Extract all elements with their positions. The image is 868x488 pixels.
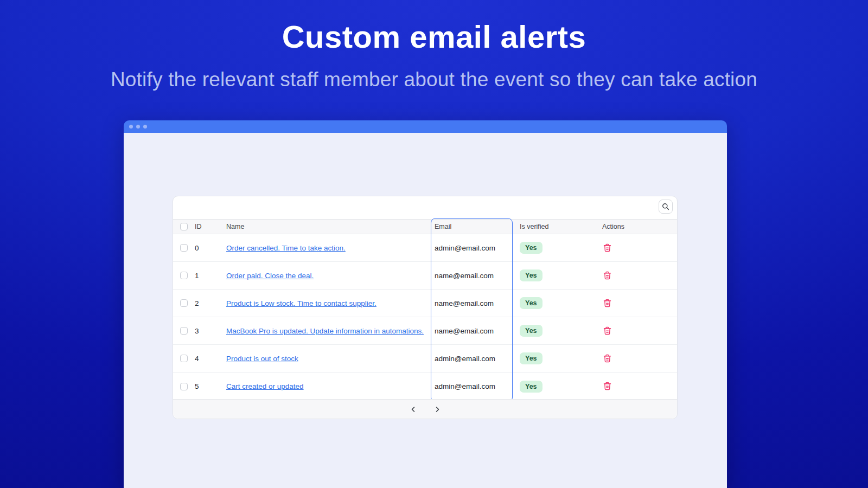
table-row: 2 Product is Low stock. Time to contact … [173,290,677,317]
browser-window: ID Name Email Is verified Actions 0 Orde… [124,120,727,488]
magnifier-icon [662,203,669,210]
table-row: 3 MacBook Pro is updated. Update informa… [173,317,677,345]
trash-icon [603,354,611,363]
pagination-next-button[interactable] [432,404,442,414]
row-email: admin@email.com [431,355,513,363]
alert-name-link[interactable]: Product is Low stock. Time to contact su… [226,299,376,307]
delete-button[interactable] [602,270,612,281]
alert-name-link[interactable]: Cart created or updated [226,382,304,390]
trash-icon [603,382,611,390]
row-id: 2 [195,299,226,307]
trash-icon [603,271,611,280]
verified-badge: Yes [520,269,542,281]
chevron-right-icon [434,406,441,413]
row-email: admin@email.com [431,382,513,390]
alerts-table-card: ID Name Email Is verified Actions 0 Orde… [173,196,678,419]
row-id: 0 [195,244,226,252]
row-email: name@email.com [431,327,513,335]
row-email: admin@email.com [431,244,513,252]
pagination-prev-button[interactable] [409,404,418,414]
row-id: 1 [195,272,226,280]
alert-name-link[interactable]: Order paid. Close the deal. [226,272,314,280]
delete-button[interactable] [602,353,612,364]
window-control-dot-1[interactable] [129,125,133,129]
column-header-id: ID [195,223,226,230]
row-checkbox[interactable] [180,299,188,307]
window-titlebar [124,120,727,133]
delete-button[interactable] [602,298,612,309]
delete-button[interactable] [602,325,612,336]
table-body: 0 Order cancelled. Time to take action. … [173,234,677,400]
delete-button[interactable] [602,242,612,253]
table-pagination [173,399,677,419]
window-body: ID Name Email Is verified Actions 0 Orde… [124,133,727,488]
select-all-checkbox[interactable] [180,223,188,230]
row-checkbox[interactable] [180,272,188,279]
table-row: 4 Product is out of stock admin@email.co… [173,345,677,373]
row-checkbox[interactable] [180,355,188,362]
row-email: name@email.com [431,299,513,307]
table-toolbar [173,196,677,219]
table-row: 0 Order cancelled. Time to take action. … [173,234,677,262]
row-checkbox[interactable] [180,244,188,252]
table-row: 5 Cart created or updated admin@email.co… [173,373,677,400]
column-header-email: Email [431,223,513,230]
row-id: 5 [195,382,226,390]
page-subtitle: Notify the relevant staff member about t… [0,68,868,91]
row-email: name@email.com [431,272,513,280]
column-header-name: Name [226,223,431,230]
chevron-left-icon [410,406,417,413]
verified-badge: Yes [520,381,542,393]
verified-badge: Yes [520,242,542,254]
column-header-actions: Actions [600,223,676,230]
table-header-row: ID Name Email Is verified Actions [173,219,677,234]
row-checkbox[interactable] [180,327,188,335]
row-checkbox[interactable] [180,383,188,390]
table-row: 1 Order paid. Close the deal. name@email… [173,262,677,290]
window-control-dot-3[interactable] [143,125,147,129]
column-header-is-verified: Is verified [513,223,600,230]
delete-button[interactable] [602,381,612,391]
alert-name-link[interactable]: Order cancelled. Time to take action. [226,244,346,252]
trash-icon [603,299,611,307]
search-button[interactable] [659,200,673,214]
trash-icon [603,243,611,252]
header-checkbox-cell [173,223,195,230]
row-id: 4 [195,355,226,363]
alert-name-link[interactable]: Product is out of stock [226,355,298,363]
window-control-dot-2[interactable] [136,125,140,129]
page-title: Custom email alerts [0,18,868,55]
verified-badge: Yes [520,352,542,364]
hero-section: Custom email alerts Notify the relevant … [0,0,868,488]
row-id: 3 [195,327,226,335]
trash-icon [603,326,611,335]
verified-badge: Yes [520,297,542,309]
alert-name-link[interactable]: MacBook Pro is updated. Update informati… [226,327,424,335]
verified-badge: Yes [520,325,542,337]
